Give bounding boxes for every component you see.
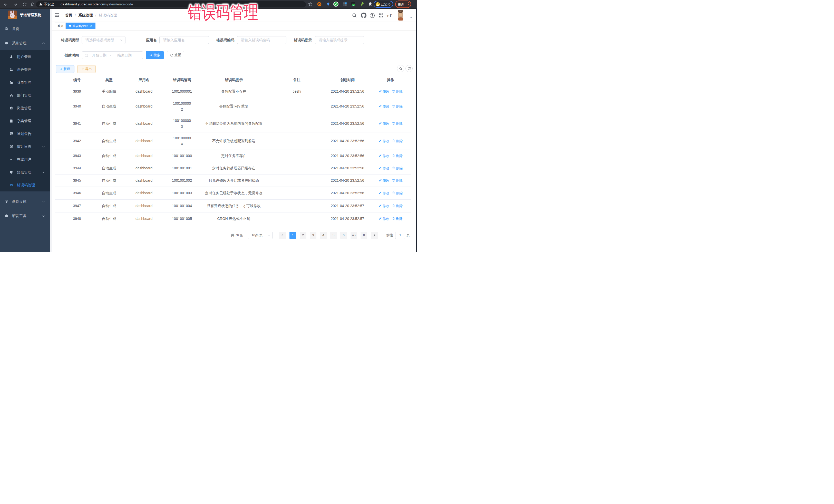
svg-text:on: on <box>352 4 354 6</box>
